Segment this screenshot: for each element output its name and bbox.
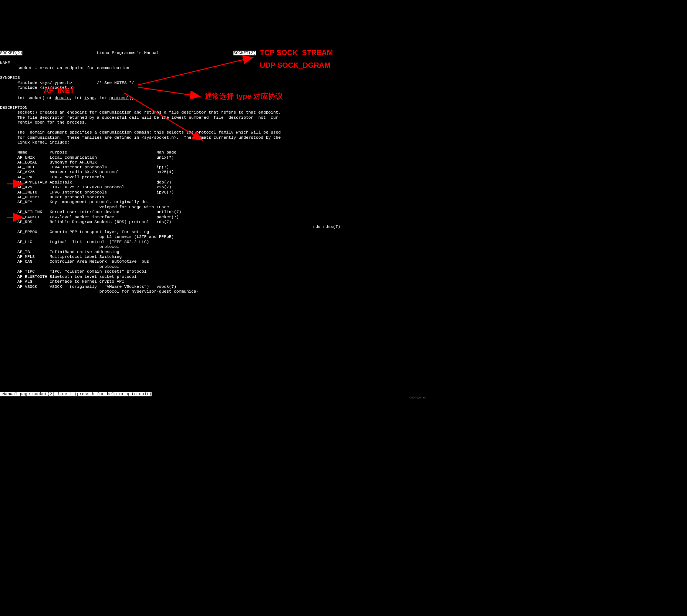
- annotation-af-inet: AF_INET: [44, 86, 74, 95]
- annotation-udp: UDP SOCK_DGRAM: [260, 61, 331, 70]
- status-text: Manual page socket(2) line 1 (press h fo…: [0, 392, 152, 396]
- table-header: Name Purpose Man page: [0, 150, 176, 155]
- section-description-heading: DESCRIPTION: [0, 105, 27, 110]
- watermark: CSDN @7_an: [409, 396, 425, 399]
- desc-domain-ref: domain: [30, 130, 45, 135]
- include-line-1: #include <sys/types.h> /* See NOTES */: [0, 81, 134, 85]
- name-line: socket - create an endpoint for communic…: [0, 66, 129, 70]
- description-p1: socket() creates an endpoint for communi…: [0, 110, 281, 125]
- arg-domain: domain: [55, 95, 70, 100]
- header-left: SOCKET(2): [0, 51, 22, 55]
- signature-prefix: int socket(int: [0, 95, 55, 100]
- status-bar[interactable]: Manual page socket(2) line 1 (press h fo…: [0, 392, 152, 397]
- annotation-tcp: TCP SOCK_STREAM: [260, 48, 333, 57]
- section-synopsis-heading: SYNOPSIS: [0, 75, 20, 80]
- header-spacer-2: [159, 51, 234, 55]
- desc-include-ref: <sys/socket.h>: [142, 135, 176, 140]
- arg-protocol: protocol: [109, 95, 129, 100]
- manpage-content: SOCKET(2) Linux Programmer's Manual SOCK…: [0, 46, 427, 299]
- section-name-heading: NAME: [0, 61, 10, 65]
- annotation-protocol: 通常选择 type 对应协议: [205, 92, 283, 101]
- header-center: Linux Programmer's Manual: [97, 51, 159, 55]
- header-spacer: [22, 51, 97, 55]
- arg-type: type: [84, 95, 94, 100]
- header-right: SOCKET(2): [234, 51, 256, 55]
